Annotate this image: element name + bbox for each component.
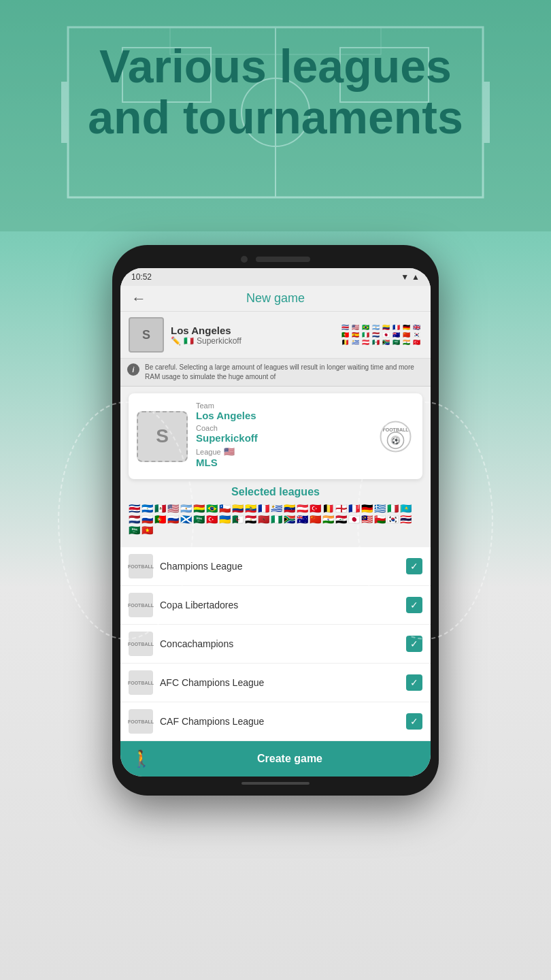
status-icons: ▼ ▲ — [401, 272, 420, 282]
phone-speaker — [256, 257, 310, 262]
league-checkbox[interactable]: ✓ — [406, 713, 422, 730]
phone-frame: 10:52 ▼ ▲ ← New game S Los Angeles — [112, 245, 439, 796]
bottom-bar[interactable]: 🚶 Create game — [120, 741, 431, 777]
team-header-strip: S Los Angeles ✏️ 🇮🇹 Superkickoff 🇨🇷🇺🇸🇧🇷🇦… — [120, 312, 431, 359]
team-header-name: Los Angeles — [171, 325, 335, 336]
team-header-info: Los Angeles ✏️ 🇮🇹 Superkickoff — [171, 325, 335, 346]
league-flag-item: 🇩🇿 — [232, 514, 244, 524]
league-flag-item: 🇫🇷 — [258, 504, 269, 513]
league-flag-item: 🇧🇪 — [322, 504, 334, 513]
league-flag-item: 🇸🇦 — [193, 514, 205, 524]
deco-left — [58, 402, 194, 640]
coach-value: Superkickoff — [196, 432, 369, 444]
create-game-button[interactable]: Create game — [160, 753, 420, 765]
league-item-name: AFC Champions League — [160, 677, 399, 688]
deco-right — [357, 402, 493, 640]
header-line1: Various leagues — [99, 40, 452, 92]
info-banner: i Be careful. Selecting a large amount o… — [120, 359, 431, 387]
header-line2: and tournaments — [88, 91, 463, 143]
league-value: MLS — [196, 457, 369, 468]
league-flag-item: 🇹🇷 — [310, 504, 321, 513]
league-flag-item: 🇹🇷 — [206, 514, 218, 524]
league-flag-item: 🏴󠁧󠁢󠁥󠁮󠁧󠁿 — [335, 504, 347, 513]
league-flag-item: 🇻🇪 — [284, 504, 295, 513]
phone-home-bar-area — [120, 782, 431, 785]
league-flag-item: 🇦🇺 — [297, 514, 308, 524]
team-header-coach: ✏️ 🇮🇹 Superkickoff — [171, 336, 335, 346]
league-flag-item: 🇲🇦 — [258, 514, 269, 524]
signal-icon: ▲ — [412, 272, 420, 282]
league-checkbox[interactable]: ✓ — [406, 674, 422, 691]
page-header: Various leagues and tournaments — [0, 41, 551, 143]
league-flag-item: 🇨🇴 — [232, 504, 244, 513]
league-list-item[interactable]: FOOTBALL CAF Champions League ✓ — [120, 702, 431, 741]
league-flag-item: 🇮🇳 — [322, 514, 334, 524]
league-flag-item: 🇳🇬 — [271, 514, 282, 524]
league-item-icon: FOOTBALL — [129, 670, 153, 695]
back-button[interactable]: ← — [131, 290, 146, 308]
league-list-item[interactable]: FOOTBALL AFC Champions League ✓ — [120, 664, 431, 702]
team-badge-small: S — [129, 317, 164, 353]
league-row: League 🇺🇸 — [196, 446, 369, 457]
flags-header-grid: 🇨🇷🇺🇸🇧🇷🇦🇷 🇨🇴🇫🇷🇩🇪🇬🇧 🇵🇹🇪🇸🇮🇹🇳🇱 🇯🇵🇦🇺🇨🇳🇰🇷 🇧🇪🇺🇾… — [341, 324, 422, 346]
league-flag-item: 🇧🇷 — [206, 504, 218, 513]
league-flag-item: 🇦🇹 — [297, 504, 308, 513]
league-flag-item: 🇺🇾 — [271, 504, 282, 513]
league-flag-item: 🇪🇨 — [245, 504, 256, 513]
info-icon: i — [127, 363, 139, 376]
league-flag-item: 🇧🇴 — [193, 504, 205, 513]
app-bar: ← New game — [120, 286, 431, 312]
league-flag-item: 🇿🇦 — [284, 514, 295, 524]
league-flag-item: 🇮🇶 — [335, 514, 347, 524]
runner-icon: 🚶 — [131, 749, 152, 768]
info-text: Be careful. Selecting a large amount of … — [145, 363, 424, 382]
phone-top-notch — [120, 256, 431, 263]
team-label: Team — [196, 402, 369, 410]
phone-camera — [241, 256, 248, 263]
status-bar: 10:52 ▼ ▲ — [120, 268, 431, 286]
league-flag: 🇺🇸 — [224, 446, 235, 457]
coach-label: Coach — [196, 424, 369, 432]
team-value: Los Angeles — [196, 410, 369, 421]
league-flag-item: 🇨🇱 — [219, 504, 231, 513]
league-flag-item: 🇪🇬 — [245, 514, 256, 524]
flag-icon: 🇮🇹 — [184, 336, 194, 346]
home-bar — [241, 782, 310, 785]
edit-icon: ✏️ — [171, 336, 181, 346]
league-item-name: CAF Champions League — [160, 716, 399, 727]
league-flag-item: 🇨🇳 — [310, 514, 321, 524]
status-time: 10:52 — [131, 272, 152, 282]
league-label: League — [196, 448, 221, 456]
wifi-icon: ▼ — [401, 272, 409, 282]
league-flag-item: 🇺🇦 — [219, 514, 231, 524]
league-list-item[interactable]: FOOTBALL Concachampions ✓ — [120, 625, 431, 664]
league-item-icon: FOOTBALL — [129, 709, 153, 734]
profile-details: Team Los Angeles Coach Superkickoff Leag… — [196, 402, 369, 471]
league-item-name: Copa Libertadores — [160, 600, 399, 610]
app-title: New game — [246, 291, 305, 306]
league-item-name: Concachampions — [160, 638, 399, 649]
